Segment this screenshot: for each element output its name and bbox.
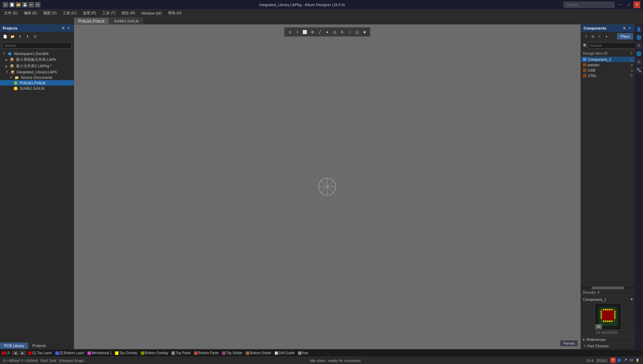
left-toolbar: 📄 📂 ⬆ ⬇ ⚙ [0,32,74,41]
maximize-button[interactable]: □ [625,1,632,8]
menu-edit[interactable]: 编辑 (E) [21,10,40,16]
menu-window[interactable]: Window (W) [139,11,165,16]
component-list-scrollbar[interactable] [581,287,635,289]
layer-bottom-overlay[interactable]: Bottom Overlay [139,351,170,355]
layer-top-solder[interactable]: Top Solder [220,351,244,355]
component-label-0: Component_1 [588,57,611,61]
menu-place[interactable]: 放置 (P) [80,10,99,16]
references-header[interactable]: ▶ References [581,336,635,343]
browser2-icon[interactable]: 🌐 [636,50,642,57]
list-view-icon[interactable]: ≡ [596,33,603,39]
3d-view-button[interactable]: 3D [595,324,602,329]
place-button[interactable]: Place [617,33,633,39]
layers-icon[interactable]: ⧉ [636,58,642,65]
circle-icon[interactable]: ● [324,29,331,35]
tree-schlib[interactable]: 🟡 Schlib1.SchLib [0,86,74,91]
rect-icon[interactable]: ⬜ [301,29,308,35]
layer-mech1[interactable]: Mechanical 1 [86,351,113,355]
tools2-icon[interactable]: 🔧 [636,67,642,73]
layer-top-overlay[interactable]: Top Overlay [113,351,139,355]
close-button[interactable]: ✕ [633,1,640,8]
tab-pcblib[interactable]: PcbLib1.PcbLib [74,18,109,24]
component-row-1[interactable]: paixian p [581,62,635,68]
grid-view-icon[interactable]: ⊞ [590,33,596,39]
text-icon[interactable]: A [339,29,346,35]
tree-lib1[interactable]: ▶ 📦 最小系统板元件库.LibPk [0,56,74,63]
new-icon[interactable]: 📄 [9,2,15,7]
chevron-down-icon[interactable]: ▾ [603,33,609,39]
panel-close-button[interactable]: ✕ [66,26,71,31]
layer-top-paste[interactable]: Top Paste [170,351,192,355]
tab-projects[interactable]: Projects [28,343,50,349]
snap-display: (Hotspot Snap) [59,359,84,363]
menu-help[interactable]: 帮助 (H) [165,10,184,16]
components-float-btn[interactable]: ⧉ [622,26,627,31]
tab-pcb-library[interactable]: PCB Library [0,343,28,349]
solid-icon[interactable]: ■ [361,29,368,35]
tree-workspace[interactable]: ▼ 🔷 Workspace1.DsnWrk [0,51,74,56]
region-icon[interactable]: ◱ [354,29,361,35]
components-search-input[interactable] [588,42,639,49]
line-icon[interactable]: ╱ [316,29,323,35]
component-icon[interactable]: ⊕ [309,29,316,35]
layer-top[interactable]: [1] Top Layer [26,351,54,355]
add-icon[interactable]: + [294,29,301,35]
redo-icon[interactable]: ↪ [35,2,40,7]
save-icon[interactable]: 💾 [22,2,27,7]
component-preview-name-label: Component_1 [583,297,606,302]
panel-float-button[interactable]: ⧉ [61,26,66,31]
component-preview-expand-icon[interactable]: ▾ [631,297,633,302]
layer-keepout[interactable]: Kee [296,351,310,355]
filter-icon[interactable]: ⧖ [583,33,589,39]
menu-file[interactable]: 文件 (E) [1,10,20,16]
undo-icon[interactable]: ↩ [29,2,34,7]
release-icon[interactable]: ⬇ [24,33,31,39]
menu-report[interactable]: 报告 (R) [119,10,138,16]
component-suffix-3: P [630,74,633,78]
tree-workspace-label: Workspace1.DsnWrk [14,52,49,56]
component-row-0[interactable]: Component_1 s [581,57,635,62]
account-icon[interactable]: 👤 [636,26,642,33]
tray-icon-1[interactable]: 中 [610,358,616,363]
layer-next-btn[interactable]: ▶ [20,351,26,355]
component-row-2[interactable]: USB u [581,68,635,73]
project-search-input[interactable] [2,42,72,49]
tree-integrated-lib[interactable]: ▼ 📦 Integrated_Library.LibPk [0,69,74,75]
tree-lib2[interactable]: ▶ 📦 最小元件库2.LibPkg * [0,63,74,69]
layer-bottom-solder[interactable]: Bottom Solder [244,351,273,355]
menu-tools[interactable]: 工具 (T) [99,10,118,16]
tray-icon-5[interactable]: 🔋 [635,358,640,363]
panels-button[interactable]: Panels [560,340,578,346]
canvas-area[interactable]: ⧖ + ⬜ ⊕ ╱ ● ◎ A / ◱ ■ Panels [74,24,581,349]
tray-icon-3[interactable]: 🎤 [623,358,628,363]
layer-drill-guide[interactable]: Drill Guide [273,351,296,355]
tree-source-docs[interactable]: ▼ 📁 Source Documents [0,75,74,80]
layer-bottom[interactable]: [2] Bottom Layer [54,351,86,355]
tray-icon-2[interactable]: 🌐 [617,358,622,363]
tab-bar: PcbLib1.PcbLib Schlib1.SchLib [0,17,643,24]
new-project-icon[interactable]: 📄 [2,33,8,39]
part-choices-header[interactable]: ▼ Part Choices [581,343,635,349]
browser-icon[interactable]: 🌐 [636,34,642,41]
open-project-icon[interactable]: 📂 [10,33,16,39]
title-search-input[interactable] [564,2,614,8]
checkout-icon[interactable]: ⬆ [17,33,23,39]
project-settings-icon[interactable]: ⚙ [32,33,38,39]
via-icon[interactable]: ◎ [331,29,338,35]
scrollbar-thumb [592,287,624,289]
tray-icon-4[interactable]: ⌨ [629,358,634,363]
tab-schlib[interactable]: Schlib1.SchLib [109,18,143,24]
settings-icon[interactable]: ⚙ [636,42,642,49]
layer-prev-btn[interactable]: ◀ [12,351,18,355]
open-icon[interactable]: 📂 [16,2,21,7]
menu-view[interactable]: 视图 (V) [40,10,59,16]
filter-icon[interactable]: ⧖ [287,29,293,35]
menu-project[interactable]: 工程 (C) [60,10,79,16]
component-row-3[interactable]: XTAL P [581,73,635,78]
layer-bottom-paste[interactable]: Bottom Paste [192,351,220,355]
minimize-button[interactable]: ─ [617,1,624,8]
tree-pcblib[interactable]: 🟢 PcbLib1.PcbLib [0,80,74,86]
slash-icon[interactable]: / [346,29,353,35]
components-close-btn[interactable]: ✕ [627,26,632,31]
bottom-paste-label: Bottom Paste [198,351,219,355]
